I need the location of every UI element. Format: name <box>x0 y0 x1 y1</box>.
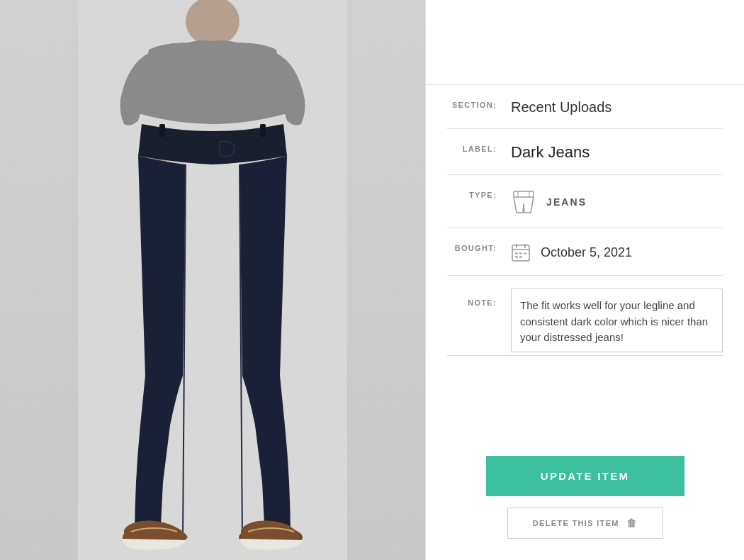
svg-rect-18 <box>519 252 522 254</box>
svg-rect-17 <box>515 252 518 254</box>
section-value: Recent Uploads <box>511 98 723 116</box>
note-textarea[interactable] <box>511 289 723 352</box>
note-container <box>511 289 723 355</box>
product-image <box>0 0 425 560</box>
type-label: TYPE: <box>447 188 511 199</box>
top-space <box>426 0 744 85</box>
note-field-row: NOTE: <box>447 276 723 356</box>
bought-value: October 5, 2021 <box>511 241 723 262</box>
type-row: JEANS <box>511 189 723 215</box>
bought-label: BOUGHT: <box>447 241 511 252</box>
jeans-icon <box>511 189 536 215</box>
detail-panel: SECTION: Recent Uploads LABEL: Dark Jean… <box>425 0 744 560</box>
svg-rect-7 <box>260 124 266 137</box>
product-image-panel <box>0 0 425 560</box>
note-label: NOTE: <box>447 289 511 307</box>
form-section: SECTION: Recent Uploads LABEL: Dark Jean… <box>426 85 744 436</box>
label-value: Dark Jeans <box>511 142 723 162</box>
svg-rect-21 <box>519 256 522 258</box>
trash-icon: 🗑 <box>626 517 637 529</box>
type-field-row: TYPE: JEANS <box>447 175 723 228</box>
person-illustration <box>78 0 347 560</box>
type-value: JEANS <box>511 188 723 215</box>
delete-item-button[interactable]: DELETE THIS ITEM 🗑 <box>507 508 663 539</box>
delete-item-label: DELETE THIS ITEM <box>533 519 619 527</box>
svg-rect-10 <box>514 191 534 197</box>
svg-rect-19 <box>524 252 526 254</box>
calendar-icon <box>511 242 531 262</box>
section-field-row: SECTION: Recent Uploads <box>447 85 723 129</box>
label-label: LABEL: <box>447 142 511 153</box>
type-text: JEANS <box>546 196 587 208</box>
label-field-row: LABEL: Dark Jeans <box>447 129 723 175</box>
date-text: October 5, 2021 <box>541 245 632 260</box>
buttons-area: UPDATE ITEM DELETE THIS ITEM 🗑 <box>426 436 744 560</box>
svg-rect-20 <box>515 256 518 258</box>
date-row: October 5, 2021 <box>511 242 723 262</box>
update-item-button[interactable]: UPDATE ITEM <box>486 456 684 496</box>
bought-field-row: BOUGHT: October 5, 2021 <box>447 228 723 276</box>
section-label: SECTION: <box>447 98 511 109</box>
svg-rect-6 <box>159 124 165 137</box>
